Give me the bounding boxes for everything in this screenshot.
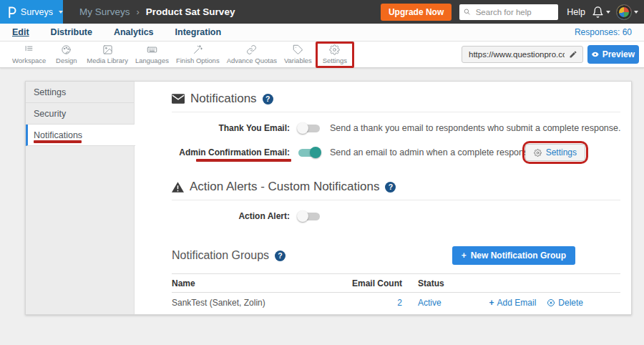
sidebar-item-security[interactable]: Security	[26, 103, 134, 125]
admin-confirmation-email-label: Admin Confirmation Email:	[172, 147, 297, 157]
table-header-row: Name Email Count Status	[172, 274, 620, 293]
settings-button-label: Settings	[546, 147, 577, 157]
help-search-box[interactable]	[459, 4, 558, 20]
group-email-count[interactable]: 2	[341, 298, 402, 308]
languages-icon	[147, 44, 157, 55]
bell-icon	[592, 6, 604, 19]
delete-label: Delete	[558, 298, 583, 308]
group-actions: + Add Email Delete	[495, 298, 620, 308]
group-name: SankTest (Sanket, Zolin)	[172, 298, 341, 308]
add-email-label: Add Email	[497, 298, 537, 308]
thank-you-email-row: Thank You Email: Send a thank you email …	[172, 120, 620, 137]
tab-distribute[interactable]: Distribute	[51, 27, 92, 37]
toolbar-label: Media Library	[87, 57, 128, 64]
search-input[interactable]	[474, 7, 555, 17]
sidebar-item-notifications[interactable]: Notifications	[26, 125, 135, 146]
help-question-icon[interactable]: ?	[385, 182, 396, 193]
plus-icon: +	[462, 251, 467, 261]
avatar	[616, 4, 632, 20]
thank-you-email-label: Thank You Email:	[172, 123, 297, 133]
toolbar-label: Languages	[135, 57, 169, 64]
preview-label: Preview	[602, 49, 635, 59]
admin-email-settings-button[interactable]: Settings	[525, 144, 585, 161]
notifications-bell-button[interactable]	[592, 6, 610, 19]
edit-toolbar: Workspace Design Media Library Languages	[0, 42, 644, 68]
sidebar-item-settings[interactable]: Settings	[26, 82, 134, 103]
survey-tabs: Edit Distribute Analytics Integration Re…	[0, 24, 644, 42]
upgrade-now-button[interactable]: Upgrade Now	[381, 4, 452, 21]
design-icon	[61, 44, 72, 55]
action-alert-row: Action Alert:	[172, 208, 620, 225]
survey-url-input[interactable]	[467, 49, 566, 59]
toolbar-item-languages[interactable]: Languages	[132, 42, 172, 68]
toolbar-item-workspace[interactable]: Workspace	[9, 42, 49, 68]
help-link[interactable]: Help	[567, 7, 585, 17]
toolbar-label: Variables	[284, 57, 312, 64]
toolbar-label: Workspace	[12, 57, 46, 64]
page-title: Product Sat Survey	[146, 6, 235, 17]
toolbar-label: Design	[56, 57, 77, 64]
settings-gear-icon	[329, 44, 340, 55]
account-menu-button[interactable]	[616, 4, 638, 20]
group-status[interactable]: Active	[402, 298, 495, 308]
survey-url-field[interactable]	[462, 46, 583, 63]
sidebar-item-label: Settings	[34, 87, 66, 97]
action-alert-toggle[interactable]	[298, 213, 320, 220]
sidebar-item-label: Security	[34, 109, 66, 119]
preview-button[interactable]: Preview	[587, 45, 639, 64]
toolbar-item-variables[interactable]: Variables	[280, 42, 316, 68]
topbar: Surveys My Surveys › Product Sat Survey …	[0, 0, 644, 24]
thank-you-email-description: Send a thank you email to respondents wh…	[330, 123, 621, 133]
edit-pencil-icon[interactable]	[569, 50, 577, 59]
thank-you-email-toggle[interactable]	[298, 125, 320, 132]
notification-groups-header: Notification Groups ? + New Notification…	[172, 246, 620, 265]
toolbar-item-advance-quotas[interactable]: Advance Quotas	[223, 42, 280, 68]
breadcrumb: My Surveys › Product Sat Survey	[79, 6, 235, 17]
header-email-count: Email Count	[341, 278, 402, 288]
toolbar-label: Advance Quotas	[227, 57, 277, 64]
responses-count[interactable]: Responses: 60	[575, 27, 632, 37]
add-email-link[interactable]: + Add Email	[489, 298, 537, 308]
toolbar-item-finish-options[interactable]: Finish Options	[172, 42, 223, 68]
breadcrumb-parent[interactable]: My Surveys	[79, 6, 130, 17]
toolbar-item-media-library[interactable]: Media Library	[83, 42, 132, 68]
search-icon	[464, 8, 470, 16]
section-title: Action Alerts - Custom Notifications	[190, 180, 379, 194]
help-question-icon[interactable]: ?	[263, 94, 273, 105]
toolbar-label: Settings	[323, 57, 347, 64]
help-question-icon[interactable]: ?	[275, 251, 286, 261]
annotation-underline-admin-email	[196, 159, 291, 162]
label-text: Admin Confirmation Email:	[179, 147, 290, 157]
delete-link[interactable]: Delete	[547, 298, 583, 308]
breadcrumb-separator-icon: ›	[137, 6, 140, 17]
warning-icon	[172, 182, 184, 193]
variables-icon	[293, 44, 303, 55]
tab-integration[interactable]: Integration	[175, 27, 222, 37]
gear-icon	[534, 149, 542, 157]
new-group-label: New Notification Group	[471, 251, 566, 261]
header-name: Name	[172, 278, 341, 288]
tab-analytics[interactable]: Analytics	[114, 27, 154, 37]
chevron-down-icon	[634, 11, 638, 14]
preview-eye-icon	[592, 51, 599, 58]
toolbar-item-settings[interactable]: Settings	[316, 42, 354, 68]
section-divider	[172, 112, 620, 112]
surveys-product-menu[interactable]: Surveys	[0, 0, 63, 24]
tab-edit[interactable]: Edit	[12, 27, 29, 37]
new-notification-group-button[interactable]: + New Notification Group	[452, 246, 575, 265]
section-divider	[172, 200, 620, 200]
notifications-settings-main: Notifications ? Thank You Email: Send a …	[135, 82, 631, 314]
surveys-menu-label: Surveys	[21, 7, 53, 17]
notification-groups-table: Name Email Count Status SankTest (Sanket…	[172, 273, 620, 313]
header-status: Status	[402, 278, 495, 288]
section-title: Notification Groups	[172, 249, 269, 262]
settings-content: Settings Security Notifications	[0, 68, 644, 345]
toggle-knob	[297, 122, 308, 134]
toolbar-item-design[interactable]: Design	[49, 42, 83, 68]
topbar-right: Upgrade Now Help	[381, 4, 638, 21]
annotation-underline-notifications	[34, 140, 82, 143]
admin-confirmation-email-toggle[interactable]	[298, 149, 320, 157]
toggle-knob	[310, 147, 321, 158]
action-alerts-section-header: Action Alerts - Custom Notifications ?	[172, 180, 620, 194]
admin-confirmation-email-row: Admin Confirmation Email: Send an email …	[172, 144, 620, 161]
